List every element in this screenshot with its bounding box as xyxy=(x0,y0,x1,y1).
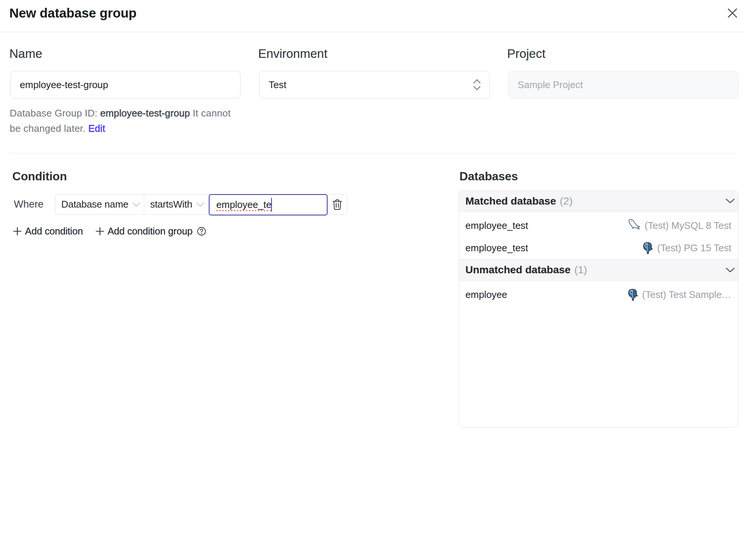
unmatched-database-rows: employee (Test) Test Sample… xyxy=(459,281,738,306)
group-id-prefix: Database Group ID: xyxy=(10,108,100,119)
matched-database-count: (2) xyxy=(560,195,573,207)
form-section: Name employee-test-group Database Group … xyxy=(10,32,738,136)
database-instance-info: (Test) PG 15 Test xyxy=(642,242,731,254)
group-id-value: employee-test-group xyxy=(100,108,190,119)
dialog-title: New database group xyxy=(9,6,137,21)
condition-field-value: Database name xyxy=(61,199,128,210)
project-field-group: Project Sample Project xyxy=(508,46,738,136)
help-button[interactable] xyxy=(197,227,206,236)
help-circle-icon xyxy=(197,227,206,236)
postgresql-icon xyxy=(627,289,638,301)
unmatched-database-count: (1) xyxy=(574,264,587,276)
databases-section: Databases Matched database (2) employee_… xyxy=(459,153,738,427)
project-input: Sample Project xyxy=(508,71,738,99)
condition-section: Condition Where Database name startsWith xyxy=(10,153,459,427)
close-button[interactable] xyxy=(726,6,739,20)
condition-field-select[interactable]: Database name xyxy=(55,195,144,214)
add-condition-group-label: Add condition group xyxy=(108,225,192,237)
condition-actions: Add condition Add condition group xyxy=(13,222,459,240)
spellcheck-underline xyxy=(216,210,271,211)
plus-icon xyxy=(13,227,22,236)
database-row[interactable]: employee_test (Test) MySQL 8 Test xyxy=(459,214,738,237)
select-updown-icon xyxy=(472,77,482,92)
trash-icon xyxy=(332,199,342,210)
database-instance-info: (Test) Test Sample… xyxy=(627,289,731,301)
environment-field-group: Environment Test xyxy=(259,46,489,136)
add-condition-button[interactable]: Add condition xyxy=(13,225,83,237)
database-name: employee_test xyxy=(465,242,528,254)
name-input[interactable]: employee-test-group xyxy=(10,71,241,99)
name-input-value: employee-test-group xyxy=(20,79,108,91)
chevron-down-icon xyxy=(725,198,735,204)
condition-operator-value: startsWith xyxy=(150,199,192,210)
database-name: employee xyxy=(465,289,507,301)
dialog-header: New database group xyxy=(0,0,747,32)
add-condition-label: Add condition xyxy=(25,225,83,237)
database-instance-label: (Test) Test Sample… xyxy=(642,289,731,301)
environment-select[interactable]: Test xyxy=(259,71,489,99)
name-field-group: Name employee-test-group Database Group … xyxy=(10,46,241,136)
project-input-value: Sample Project xyxy=(518,79,583,91)
edit-link[interactable]: Edit xyxy=(88,123,105,134)
database-instance-label: (Test) PG 15 Test xyxy=(657,242,731,254)
chevron-down-icon xyxy=(196,202,204,207)
database-instance-info: (Test) MySQL 8 Test xyxy=(628,219,731,232)
delete-condition-button[interactable] xyxy=(327,195,347,214)
unmatched-database-title: Unmatched database xyxy=(465,264,571,276)
condition-row: Where Database name startsWith xyxy=(13,194,459,215)
add-condition-group-button[interactable]: Add condition group xyxy=(96,225,192,237)
databases-heading: Databases xyxy=(459,169,738,184)
chevron-down-icon xyxy=(132,202,140,207)
database-instance-label: (Test) MySQL 8 Test xyxy=(645,220,731,231)
group-id-note: Database Group ID: employee-test-group I… xyxy=(10,106,241,136)
condition-value-text: employee_te xyxy=(216,199,272,211)
postgresql-icon xyxy=(642,242,653,254)
database-name: employee_test xyxy=(465,220,528,231)
databases-panel: Matched database (2) employee_test xyxy=(459,190,738,427)
plus-icon xyxy=(96,227,104,236)
chevron-down-icon xyxy=(725,267,735,273)
where-label: Where xyxy=(13,199,55,210)
condition-operator-select[interactable]: startsWith xyxy=(144,195,209,214)
condition-group: Database name startsWith xyxy=(55,194,347,215)
mysql-icon xyxy=(628,219,641,232)
condition-value-input[interactable]: employee_te xyxy=(209,194,328,215)
unmatched-database-header[interactable]: Unmatched database (1) xyxy=(459,259,738,281)
environment-label: Environment xyxy=(258,46,489,61)
matched-database-header[interactable]: Matched database (2) xyxy=(459,191,738,212)
close-icon xyxy=(727,7,738,19)
condition-heading: Condition xyxy=(12,169,459,184)
project-label: Project xyxy=(507,46,738,61)
matched-database-title: Matched database xyxy=(465,195,556,207)
environment-select-value: Test xyxy=(269,79,286,91)
database-row[interactable]: employee (Test) Test Sample… xyxy=(459,283,738,306)
name-label: Name xyxy=(9,46,241,61)
text-caret xyxy=(271,198,272,212)
database-row[interactable]: employee_test (Test) PG 15 Test xyxy=(459,237,738,259)
matched-database-rows: employee_test (Test) MySQL 8 Test employ… xyxy=(459,212,738,259)
